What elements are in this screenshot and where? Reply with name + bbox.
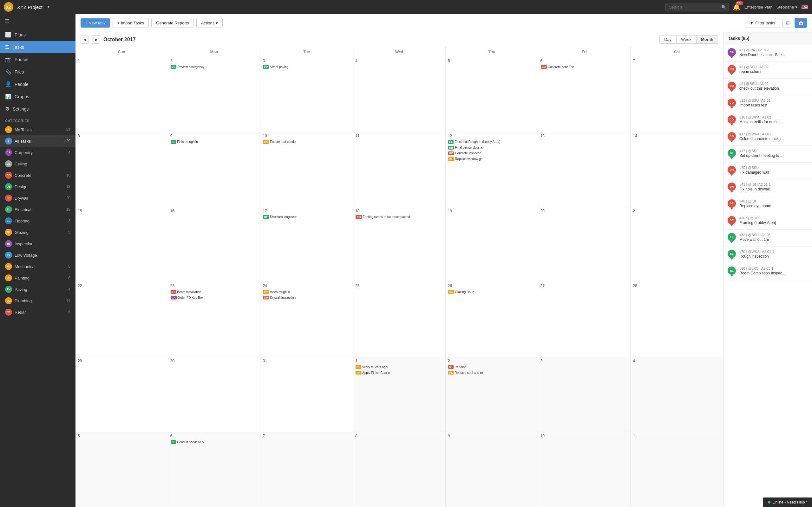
sidebar-item-de[interactable]: DE Design 13 — [0, 181, 75, 192]
calendar-cell-w1d5[interactable]: 13 — [538, 132, 631, 207]
actions-button[interactable]: Actions ▾ — [196, 18, 223, 28]
calendar-cell-w0d3[interactable]: 4 — [353, 57, 446, 132]
sidebar-item-pa[interactable]: PA Painting 8 — [0, 272, 75, 284]
calendar-event[interactable]: GL Glazing Issue — [447, 289, 537, 294]
sidebar-item-my-tasks[interactable]: ★ My Tasks 51 — [0, 124, 75, 135]
calendar-view-button[interactable]: 📅 — [795, 18, 807, 28]
sidebar-item-files[interactable]: 📎 Files — [0, 66, 75, 78]
calendar-cell-w1d0[interactable]: 8 — [75, 132, 168, 207]
sidebar-item-photos[interactable]: 📷 Photos — [0, 53, 75, 66]
task-item[interactable]: DE #37 | @SDE Set up client meeting to .… — [723, 146, 812, 163]
calendar-event[interactable]: CO Concrete pour Frid — [540, 64, 629, 69]
day-view-button[interactable]: Day — [659, 35, 676, 44]
calendar-cell-w2d2[interactable]: 17 DE Structural engineer — [260, 207, 353, 282]
grid-view-button[interactable]: ⊞ — [782, 18, 793, 28]
sidebar-item-fl[interactable]: FL Flooring 3 — [0, 215, 75, 227]
calendar-event[interactable]: PV Street paving — [262, 64, 351, 69]
task-item[interactable]: DR #367 | @SDE Framing (Lobby Area) — [723, 213, 812, 230]
generate-reports-button[interactable]: Generate Reports — [151, 18, 194, 28]
online-badge[interactable]: Online - Need Help? — [763, 498, 812, 507]
week-view-button[interactable]: Week — [676, 35, 696, 44]
calendar-event[interactable]: HV Ensure that conder — [262, 139, 351, 145]
notifications-bell[interactable]: 🔔 10+ — [733, 3, 741, 11]
task-item[interactable]: DR #46 | @IBI Replace gyp board — [723, 196, 812, 213]
sidebar-item-tasks[interactable]: ☰ Tasks — [0, 41, 75, 53]
calendar-cell-w4d3[interactable]: 1 PL Verify faucets agai PA Apply Finish… — [353, 357, 446, 432]
calendar-event[interactable]: PL Replace seal and re — [447, 370, 537, 375]
calendar-cell-w1d2[interactable]: 10 HV Ensure that conder — [260, 132, 353, 207]
language-flag[interactable]: 🇺🇸 — [801, 3, 808, 10]
calendar-cell-w3d6[interactable]: 28 — [630, 282, 723, 357]
calendar-event[interactable]: CA Order FD Key Box — [169, 295, 259, 300]
user-menu[interactable]: Stephane ▾ — [776, 5, 798, 9]
calendar-event[interactable]: HV mech rough in — [262, 289, 351, 294]
calendar-event[interactable]: EL Finish rough in — [169, 139, 259, 145]
calendar-event[interactable]: EL Conduit needs to b — [169, 440, 259, 445]
calendar-event[interactable]: GL Replace window ga — [447, 157, 537, 162]
calendar-cell-w5d1[interactable]: 6 EL Conduit needs to b — [168, 432, 261, 507]
task-item[interactable]: CO #16 | @WKA | A1.02 Mockup trellis for… — [723, 112, 812, 129]
calendar-cell-w1d4[interactable]: 12 EL Electrical Rough-in (Lobby Area) D… — [446, 132, 538, 207]
sidebar-item-in[interactable]: IN Inspection — [0, 238, 75, 249]
task-item[interactable]: CO #17 | @WKA | A1.01 Colored concrete m… — [723, 129, 812, 146]
task-item[interactable]: EL #32 | @BSU | A4.05 Move wall out 1m — [723, 230, 812, 246]
calendar-cell-w3d5[interactable]: 27 — [538, 282, 631, 357]
calendar-cell-w1d3[interactable]: 11 — [353, 132, 446, 207]
sidebar-item-dr[interactable]: DR Drywall 20 — [0, 192, 75, 204]
calendar-event[interactable]: PA Apply Finish Coat c — [354, 370, 444, 375]
calendar-cell-w4d5[interactable]: 3 — [538, 357, 631, 432]
prev-month-button[interactable]: ◀ — [81, 36, 89, 44]
search-input[interactable] — [665, 3, 729, 11]
task-item[interactable]: DR #41 | @IBI | A2.01-1 Fix hole in dryw… — [723, 179, 812, 196]
calendar-event[interactable]: RE Concrete inspectio — [447, 151, 537, 156]
calendar-cell-w0d5[interactable]: 6 CO Concrete pour Frid — [538, 57, 631, 132]
calendar-cell-w5d5[interactable]: 10 — [538, 432, 631, 507]
calendar-cell-w0d2[interactable]: 3 PV Street paving — [260, 57, 353, 132]
task-item[interactable]: CO #9 | @BSU | A3.02 check out this elev… — [723, 78, 812, 95]
calendar-cell-w4d4[interactable]: 2 ST Repaint PL Replace seal and re — [446, 357, 538, 432]
calendar-event[interactable]: DE Review emergency — [169, 64, 259, 69]
sidebar-item-gl[interactable]: GL Glazing 5 — [0, 227, 75, 238]
sidebar-item-co[interactable]: CO Concrete 10 — [0, 170, 75, 181]
sidebar-item-people[interactable]: 👤 People — [0, 78, 75, 90]
calendar-event[interactable]: EL Electrical Rough-in (Lobby Area) — [447, 139, 537, 145]
calendar-cell-w0d4[interactable]: 5 — [446, 57, 538, 132]
sidebar-item-ce[interactable]: CE Ceiling — [0, 158, 75, 170]
calendar-cell-w5d2[interactable]: 7 — [260, 432, 353, 507]
calendar-event[interactable]: ST Beam installation — [169, 289, 259, 294]
task-item[interactable]: CO #5 | @BSU | A1.02 repair column — [723, 62, 812, 78]
month-view-button[interactable]: Month — [696, 35, 718, 44]
calendar-cell-w5d4[interactable]: 9 — [446, 432, 538, 507]
hamburger-icon[interactable]: ☰ — [0, 14, 75, 29]
import-tasks-button[interactable]: + Import Tasks — [113, 18, 149, 28]
sidebar-item-all-tasks[interactable]: ● All Tasks 129 — [0, 135, 75, 147]
calendar-cell-w5d0[interactable]: 5 — [75, 432, 168, 507]
calendar-event[interactable]: DR Drywall inspection — [262, 295, 351, 300]
calendar-cell-w0d0[interactable]: 1 — [75, 57, 168, 132]
calendar-event[interactable]: ST Repaint — [447, 364, 537, 370]
sidebar-item-ca[interactable]: CA Carpentry 4 — [0, 147, 75, 158]
calendar-cell-w5d6[interactable]: 11 — [630, 432, 723, 507]
sidebar-item-graphs[interactable]: 📊 Graphs — [0, 90, 75, 103]
calendar-cell-w3d1[interactable]: 23 ST Beam installation CA Order FD Key … — [168, 282, 261, 357]
calendar-cell-w3d3[interactable]: 25 — [353, 282, 446, 357]
chevron-down-icon[interactable]: ▾ — [48, 5, 49, 9]
sidebar-item-pl[interactable]: PL Plumbing 11 — [0, 295, 75, 306]
task-item[interactable]: CO #12 | @BSU | A1.01 Import tasks test — [723, 95, 812, 112]
task-item[interactable]: EL #70 | @WKA | A2.01-1 Rough inspection — [723, 246, 812, 263]
calendar-cell-w4d6[interactable]: 4 — [630, 357, 723, 432]
calendar-cell-w3d2[interactable]: 24 HV mech rough in DR Drywall inspectio… — [260, 282, 353, 357]
sidebar-item-settings[interactable]: ⚙ Settings — [0, 103, 75, 115]
next-month-button[interactable]: ▶ — [92, 36, 100, 44]
calendar-cell-w1d6[interactable]: 14 — [630, 132, 723, 207]
task-item[interactable]: DR #40 | @BSU Fix damaged wall — [723, 163, 812, 179]
calendar-cell-w2d6[interactable]: 21 — [630, 207, 723, 282]
calendar-cell-w1d1[interactable]: 9 EL Finish rough in — [168, 132, 261, 207]
sidebar-item-plans[interactable]: ⬜ Plans — [0, 29, 75, 41]
calendar-cell-w0d1[interactable]: 2 DE Review emergency — [168, 57, 261, 132]
sidebar-item-re[interactable]: RE Rebar 6 — [0, 306, 75, 318]
filter-tasks-button[interactable]: ▼ Filter tasks — [745, 18, 780, 28]
calendar-cell-w2d5[interactable]: 20 — [538, 207, 631, 282]
calendar-cell-w3d4[interactable]: 26 GL Glazing Issue — [446, 282, 538, 357]
sidebar-item-pv[interactable]: PV Paving 4 — [0, 284, 75, 295]
